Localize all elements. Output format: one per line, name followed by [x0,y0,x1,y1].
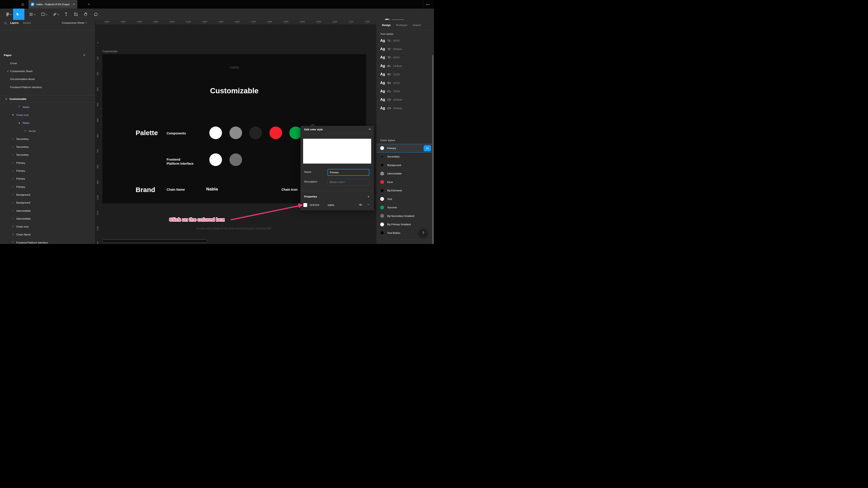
home-icon[interactable] [20,2,25,7]
page-item[interactable]: Frontend Platform Interface [0,83,95,91]
layer-row[interactable]: ○ Secondary [0,143,95,151]
horizontal-scrollbar[interactable] [102,239,207,243]
page-selector-dropdown[interactable]: Components Sheet [62,22,87,24]
tab-inspect[interactable]: Inspect [413,24,421,26]
color-style-row[interactable]: Primary [376,144,432,153]
layer-row[interactable]: ○ Secondary [0,151,95,159]
layer-row[interactable]: ○ Background [0,199,95,207]
dialog-header[interactable]: Edit color style ✕ [301,126,374,133]
close-tab-icon[interactable]: ✕ [73,3,75,6]
pen-tool-button[interactable] [51,8,60,20]
color-style-row[interactable]: Bg Secondary Gradient [376,212,434,220]
layer-row[interactable]: T Chain Icon [0,223,95,230]
color-style-row[interactable]: Text [376,195,434,203]
page-item[interactable]: ✓ Components Sheet [0,67,95,75]
color-style-row[interactable]: Secondary [376,153,434,161]
property-opacity-value[interactable]: 100% [328,204,334,206]
frame-name-label[interactable]: Customizable [102,50,118,53]
palette-swatch-cell[interactable] [206,127,226,139]
property-hex-value[interactable]: FFFFFF [310,204,320,206]
window-menu-icon[interactable]: ••• [426,3,430,6]
vertical-scrollbar[interactable] [432,55,434,244]
text-style-row[interactable]: Ag B1 14/Auto [376,62,434,70]
add-export-icon[interactable]: + [427,243,429,244]
layer-row[interactable]: ○ Intermediate [0,215,95,223]
remove-property-icon[interactable]: − [367,203,369,206]
text-style-row[interactable]: Ag T2 18/Auto [376,45,434,53]
export-section[interactable]: Export + [376,239,434,244]
move-tool-button[interactable] [13,8,24,20]
color-style-row[interactable]: Intermediate [376,169,434,178]
color-swatch[interactable] [249,153,262,166]
add-page-icon[interactable]: + [83,53,85,57]
layer-row[interactable]: ○ Primary [0,159,95,167]
adjust-style-button[interactable] [424,145,431,151]
color-swatch[interactable] [289,127,302,139]
text-style-row[interactable]: Ag C1 15/24 [376,87,434,95]
color-style-row[interactable]: Background [376,161,434,169]
layer-row[interactable]: ◆ Nabla [0,119,95,127]
layer-row[interactable]: ○ Secondary [0,135,95,143]
layer-row[interactable]: ❖ Chain Icon [0,111,95,119]
tab-prototype[interactable]: Prototype [396,24,407,26]
color-swatch[interactable] [249,127,262,139]
text-style-row[interactable]: Ag B3 11/13 [376,78,434,87]
property-color-box[interactable] [303,203,307,207]
add-property-icon[interactable]: + [368,195,370,198]
text-style-row[interactable]: Ag T3 16/24 [376,53,434,62]
page-item[interactable]: Cover [0,59,95,67]
name-input[interactable] [328,169,369,176]
shape-tool-button[interactable] [39,8,49,20]
color-style-row[interactable]: Error [376,178,434,186]
color-swatch[interactable] [209,127,222,139]
close-icon[interactable]: ✕ [369,128,371,131]
layer-row[interactable]: ○ Background [0,191,95,199]
layer-row[interactable]: T Frontend Platform Interface [0,238,95,244]
figma-menu-button[interactable] [4,8,14,20]
color-swatch[interactable] [209,153,222,166]
palette-swatch-cell[interactable] [266,127,286,139]
comment-tool-button[interactable] [92,8,99,20]
color-style-row[interactable]: Bg Primary Gradient [376,220,434,229]
layer-row[interactable]: ○ Intermediate [0,207,95,215]
layer-label: Intermediate [16,209,31,212]
color-swatch[interactable] [270,127,282,139]
hand-tool-button[interactable] [82,8,89,20]
color-swatch[interactable] [229,127,242,139]
text-style-row[interactable]: Ag B2 12/16 [376,70,434,78]
file-tab[interactable]: nabla - Outpost UI Kit (Copy) ✕ [29,0,77,8]
layer-row[interactable]: ○ Primary [0,167,95,175]
tab-assets[interactable]: Assets [23,22,31,24]
layer-label: Chain Name [16,233,31,236]
layer-row[interactable]: T Nabla [0,103,95,111]
palette-swatch-cell[interactable] [206,153,226,166]
layer-row[interactable]: ○ Primary [0,175,95,183]
text-style-row[interactable]: Ag T1 24/32 [376,36,434,45]
palette-swatch-cell[interactable] [246,153,266,166]
color-swatch[interactable] [229,153,242,166]
color-style-row[interactable]: Success [376,203,434,212]
new-tab-button[interactable]: + [86,2,91,7]
layer-row[interactable]: ▼ Vector [0,127,95,135]
color-style-row[interactable]: Bg Elements [376,186,434,195]
tab-design[interactable]: Design [382,24,391,26]
palette-swatch-cell[interactable] [226,153,246,166]
palette-swatch-cell[interactable] [226,127,246,139]
help-button[interactable]: ? [419,229,428,237]
style-spec: 12/16 [392,73,400,76]
frame-section-row[interactable]: # Customizable [0,95,95,103]
text-style-row[interactable]: Ag C3 10/Auto [376,104,434,112]
description-input[interactable] [328,179,369,186]
visibility-eye-icon[interactable] [359,203,362,206]
palette-swatch-cell[interactable] [246,127,266,139]
text-tool-button[interactable] [63,8,69,20]
text-style-row[interactable]: Ag C2 12/Auto [376,96,434,104]
page-item[interactable]: Documentation Asset [0,75,95,83]
frame-tool-button[interactable] [28,8,37,20]
layer-row[interactable]: T Chain Name [0,231,95,238]
layer-row[interactable]: ○ Primary [0,183,95,191]
components-tool-button[interactable] [72,8,80,20]
color-preview[interactable] [303,139,371,164]
search-icon[interactable] [4,22,7,25]
tab-layers[interactable]: Layers [10,22,19,24]
